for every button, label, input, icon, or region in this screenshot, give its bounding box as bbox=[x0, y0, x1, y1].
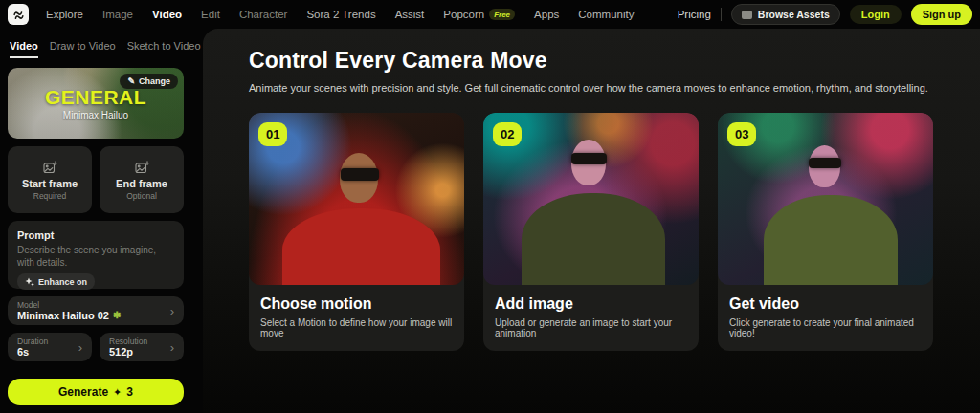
sunglasses-icon bbox=[571, 153, 607, 164]
prompt-label: Prompt bbox=[17, 229, 174, 241]
enhance-sparkle-icon bbox=[25, 277, 34, 287]
step-card-add-image[interactable]: 02 Add image Upload or generate an image… bbox=[483, 113, 699, 351]
step1-title: Choose motion bbox=[260, 295, 453, 313]
page-title: Control Every Camera Move bbox=[249, 48, 980, 74]
end-frame-label: End frame bbox=[116, 178, 167, 189]
step2-title: Add image bbox=[495, 295, 687, 313]
steps-row: 01 Choose motion Select a Motion to defi… bbox=[249, 113, 980, 351]
step3-title: Get video bbox=[729, 295, 922, 313]
nav-right: Pricing Browse Assets Login Sign up bbox=[678, 4, 972, 25]
chevron-right-icon: › bbox=[170, 340, 174, 355]
resolution-label: Resolution bbox=[109, 337, 147, 346]
frames-row: Start frame Required End frame Optional bbox=[8, 146, 184, 213]
nav-item-video[interactable]: Video bbox=[152, 9, 182, 20]
pricing-link[interactable]: Pricing bbox=[678, 9, 711, 20]
change-preset-button[interactable]: ✎ Change bbox=[120, 74, 178, 89]
prompt-input[interactable]: Prompt Describe the scene you imagine, w… bbox=[8, 221, 184, 289]
resolution-value: 512p bbox=[109, 346, 147, 359]
hailuo-logo-icon[interactable] bbox=[8, 4, 29, 25]
end-frame-upload[interactable]: End frame Optional bbox=[100, 146, 184, 213]
nav-items: Explore Image Video Edit Character Sora … bbox=[46, 9, 634, 20]
motion-preset-subtitle: Minimax Hailuo bbox=[63, 110, 128, 120]
login-button[interactable]: Login bbox=[850, 5, 902, 24]
nav-item-apps[interactable]: Apps bbox=[534, 9, 559, 20]
step-card-choose-motion[interactable]: 01 Choose motion Select a Motion to defi… bbox=[249, 113, 464, 351]
page-subtitle: Animate your scenes with precision and s… bbox=[249, 82, 980, 94]
figure-torso bbox=[764, 195, 898, 285]
sidebar: Video Draw to Video Sketch to Video GENE… bbox=[0, 29, 191, 413]
model-select-text: Model Minimax Hailuo 02 ✱ bbox=[17, 300, 121, 322]
app-window: Explore Image Video Edit Character Sora … bbox=[0, 0, 980, 413]
figure-torso bbox=[522, 193, 665, 285]
image-plus-icon bbox=[134, 160, 150, 176]
duration-label: Duration bbox=[17, 337, 48, 346]
chevron-right-icon: › bbox=[78, 340, 82, 355]
duration-resolution-row: Duration 6s › Resolution 512p › bbox=[8, 333, 184, 361]
prompt-placeholder: Describe the scene you imagine, with det… bbox=[17, 244, 174, 269]
duration-select[interactable]: Duration 6s › bbox=[8, 333, 92, 361]
browse-assets-label: Browse Assets bbox=[758, 9, 830, 20]
assets-icon bbox=[742, 11, 752, 19]
free-badge: Free bbox=[489, 9, 515, 20]
model-select[interactable]: Model Minimax Hailuo 02 ✱ › bbox=[8, 296, 184, 325]
end-frame-optional: Optional bbox=[126, 191, 157, 201]
image-plus-icon bbox=[42, 160, 58, 176]
motion-preset-card[interactable]: GENERAL Minimax Hailuo ✎ Change bbox=[8, 68, 184, 139]
credits-sparkle-icon: ✦ bbox=[113, 386, 122, 399]
step3-thumbnail: 03 bbox=[718, 113, 933, 285]
nav-item-popcorn-label: Popcorn bbox=[443, 9, 484, 20]
figure-torso bbox=[282, 208, 440, 285]
step3-badge: 03 bbox=[727, 122, 756, 146]
nav-item-explore[interactable]: Explore bbox=[46, 9, 83, 20]
nav-item-image[interactable]: Image bbox=[102, 9, 133, 20]
nav-item-edit[interactable]: Edit bbox=[201, 9, 220, 20]
mode-tabs: Video Draw to Video Sketch to Video bbox=[8, 36, 184, 60]
top-nav: Explore Image Video Edit Character Sora … bbox=[0, 0, 980, 29]
step2-caption: Add image Upload or generate an image to… bbox=[483, 285, 699, 351]
sunglasses-icon bbox=[809, 158, 841, 168]
enhance-label: Enhance on bbox=[38, 277, 87, 287]
generate-button[interactable]: Generate ✦ 3 bbox=[8, 379, 184, 405]
signup-button[interactable]: Sign up bbox=[911, 4, 972, 25]
browse-assets-button[interactable]: Browse Assets bbox=[731, 4, 840, 25]
duration-value: 6s bbox=[17, 346, 48, 359]
step1-caption: Choose motion Select a Motion to define … bbox=[249, 285, 464, 351]
nav-item-sora-2-trends[interactable]: Sora 2 Trends bbox=[306, 9, 375, 20]
pencil-icon: ✎ bbox=[127, 76, 135, 86]
resolution-select[interactable]: Resolution 512p › bbox=[100, 333, 184, 361]
chevron-right-icon: › bbox=[170, 304, 174, 318]
nav-item-community[interactable]: Community bbox=[578, 9, 634, 20]
nav-divider bbox=[721, 8, 722, 21]
step2-description: Upload or generate an image to start you… bbox=[495, 317, 687, 338]
tab-video[interactable]: Video bbox=[10, 40, 38, 58]
tab-sketch-to-video[interactable]: Sketch to Video bbox=[127, 40, 201, 56]
step3-description: Click generate to create your final anim… bbox=[729, 317, 922, 338]
start-frame-required: Required bbox=[33, 191, 67, 201]
motion-preset-title: GENERAL bbox=[45, 86, 146, 109]
change-label: Change bbox=[139, 76, 170, 86]
step1-badge: 01 bbox=[258, 122, 287, 146]
step1-thumbnail: 01 bbox=[249, 113, 464, 285]
tab-draw-to-video[interactable]: Draw to Video bbox=[50, 40, 116, 56]
main-panel: Control Every Camera Move Animate your s… bbox=[203, 29, 980, 413]
logo-squiggle-icon bbox=[11, 8, 26, 22]
sunglasses-icon bbox=[341, 168, 379, 181]
start-frame-upload[interactable]: Start frame Required bbox=[8, 146, 92, 213]
step2-badge: 02 bbox=[493, 122, 522, 146]
start-frame-label: Start frame bbox=[22, 178, 78, 189]
credits-count: 3 bbox=[126, 385, 133, 399]
step2-thumbnail: 02 bbox=[483, 113, 699, 285]
model-star-icon: ✱ bbox=[113, 310, 121, 321]
model-value: Minimax Hailuo 02 bbox=[17, 310, 109, 322]
step-card-get-video[interactable]: 03 Get video Click generate to create yo… bbox=[718, 113, 933, 351]
nav-item-popcorn[interactable]: Popcorn Free bbox=[443, 9, 515, 20]
nav-item-character[interactable]: Character bbox=[239, 9, 288, 20]
model-label: Model bbox=[17, 300, 121, 310]
nav-item-assist[interactable]: Assist bbox=[395, 9, 425, 20]
step3-caption: Get video Click generate to create your … bbox=[718, 285, 933, 351]
enhance-toggle[interactable]: Enhance on bbox=[17, 273, 95, 290]
generate-label: Generate bbox=[58, 385, 108, 399]
step1-description: Select a Motion to define how your image… bbox=[260, 317, 453, 338]
content-area: Video Draw to Video Sketch to Video GENE… bbox=[0, 29, 980, 413]
